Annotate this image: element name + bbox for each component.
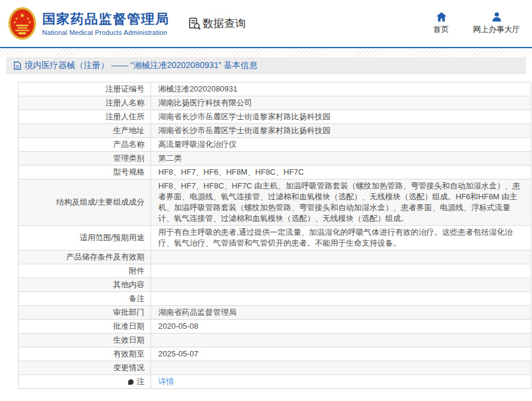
row-label: 审批部门 xyxy=(19,306,151,319)
hatched-divider xyxy=(0,48,532,57)
table-row-approval-department: 审批部门 湖南省药品监督管理局 xyxy=(19,306,531,320)
registration-detail-table: 注册证编号 湘械注准20202080931 注册人名称 湖南比扬医疗科技有限公司… xyxy=(18,82,531,389)
row-label: 附件 xyxy=(19,264,151,278)
row-value xyxy=(151,264,531,278)
header-nav: 首页 网上办事大厅 xyxy=(433,12,520,35)
table-row-registrant-address: 注册人住所 湖南省长沙市岳麓区学士街道黎家村路比扬科技园 xyxy=(19,110,531,124)
page-icon xyxy=(14,61,21,70)
row-label: 批准日期 xyxy=(19,320,151,333)
nav-home-label: 首页 xyxy=(433,24,449,35)
row-value: HF8、HF7、HF6、HF8M、HF8C、HF7C xyxy=(151,166,531,179)
note-details-link[interactable]: 详情 xyxy=(158,376,174,387)
home-icon xyxy=(436,12,447,22)
table-row-note: 注 详情 xyxy=(19,375,531,389)
row-value: 2025-05-07 xyxy=(151,347,531,361)
row-value: 2020-05-08 xyxy=(151,320,531,333)
row-value: 湖南省长沙市岳麓区学士街道黎家村路比扬科技园 xyxy=(151,124,531,137)
row-label: 注册证编号 xyxy=(19,82,151,96)
row-label: 有效期至 xyxy=(19,347,151,361)
svg-text:★: ★ xyxy=(20,12,25,19)
breadcrumb: 境内医疗器械（注册） —— “湘械注准20202080931” 基本信息 xyxy=(6,57,526,74)
row-label: 产品储存条件及有效期 xyxy=(19,250,151,264)
row-value xyxy=(151,361,531,375)
row-label: 注册人名称 xyxy=(19,96,151,110)
row-value-text: 用于有自主呼吸的患者,通过提供一定流量、加温湿化的呼吸气体进行有效的治疗。这些患… xyxy=(158,227,524,249)
row-label: 注 xyxy=(19,375,151,388)
nav-home[interactable]: 首页 xyxy=(433,12,449,35)
row-label: 备注 xyxy=(19,292,151,305)
nav-online-service-hall-label: 网上办事大厅 xyxy=(473,24,520,35)
row-label: 变更情况 xyxy=(19,361,151,375)
table-row-storage-conditions: 产品储存条件及有效期 xyxy=(19,250,531,264)
breadcrumb-text: 境内医疗器械（注册） —— “湘械注准20202080931” 基本信息 xyxy=(25,60,258,71)
row-value: 湖南省长沙市岳麓区学士街道黎家村路比扬科技园 xyxy=(151,110,531,123)
row-value: 用于有自主呼吸的患者,通过提供一定流量、加温湿化的呼吸气体进行有效的治疗。这些患… xyxy=(151,226,531,250)
org-name-en: National Medical Products Administration xyxy=(42,29,170,36)
row-value xyxy=(151,292,531,305)
row-value: 湖南省药品监督管理局 xyxy=(151,306,531,319)
national-emblem-logo: ★ ★ ★ ★ ★ xyxy=(8,7,36,40)
row-label: 生效日期 xyxy=(19,334,151,347)
table-row-reg-number: 注册证编号 湘械注准20202080931 xyxy=(19,82,531,96)
row-value-text: HF8、HF7、HF8C、HF7C 由主机、加温呼吸管路套装（螺纹加热管路、弯管… xyxy=(158,181,524,224)
brand-block: 国家药品监督管理局 National Medical Products Admi… xyxy=(42,11,170,36)
row-label: 其他内容 xyxy=(19,278,151,291)
table-row-production-address: 生产地址 湖南省长沙市岳麓区学士街道黎家村路比扬科技园 xyxy=(19,124,531,138)
table-row-intended-use: 适用范围/预期用途 用于有自主呼吸的患者,通过提供一定流量、加温湿化的呼吸气体进… xyxy=(19,226,531,250)
table-row-attachments: 附件 xyxy=(19,264,531,278)
table-row-change-status: 变更情况 xyxy=(19,361,531,375)
data-query-label: 数据查询 xyxy=(203,16,246,31)
data-query-tab[interactable]: 数据查询 xyxy=(188,16,246,31)
person-icon xyxy=(492,12,502,22)
row-value: 第二类 xyxy=(151,152,531,165)
note-icon xyxy=(128,379,134,385)
row-value xyxy=(151,250,531,264)
table-row-expiry-date: 有效期至 2025-05-07 xyxy=(19,347,531,361)
table-row-other-content: 其他内容 xyxy=(19,278,531,292)
row-label-text: 注 xyxy=(137,376,144,387)
row-label: 管理类别 xyxy=(19,152,151,165)
row-value: HF8、HF7、HF8C、HF7C 由主机、加温呼吸管路套装（螺纹加热管路、弯管… xyxy=(151,179,531,225)
svg-text:★: ★ xyxy=(13,20,16,24)
doc-search-icon xyxy=(188,17,201,30)
row-label: 注册人住所 xyxy=(19,110,151,123)
row-label: 适用范围/预期用途 xyxy=(19,226,151,250)
row-value: 高流量呼吸湿化治疗仪 xyxy=(151,138,531,151)
header: ★ ★ ★ ★ ★ 国家药品监督管理局 National Medical Pro… xyxy=(0,0,532,48)
row-label: 产品名称 xyxy=(19,138,151,151)
row-value xyxy=(151,278,531,291)
table-row-structure-composition: 结构及组成/主要组成成分 HF8、HF7、HF8C、HF7C 由主机、加温呼吸管… xyxy=(19,179,531,226)
org-name-cn: 国家药品监督管理局 xyxy=(42,11,170,27)
row-value: 湘械注准20202080931 xyxy=(151,82,531,96)
row-value: 详情 xyxy=(151,375,531,388)
row-label: 型号规格 xyxy=(19,166,151,179)
table-row-registrant-name: 注册人名称 湖南比扬医疗科技有限公司 xyxy=(19,96,531,110)
row-value: 湖南比扬医疗科技有限公司 xyxy=(151,96,531,110)
svg-text:★: ★ xyxy=(28,20,31,24)
row-label: 生产地址 xyxy=(19,124,151,137)
table-row-remarks: 备注 xyxy=(19,292,531,306)
table-row-approval-date: 批准日期 2020-05-08 xyxy=(19,320,531,334)
row-label: 结构及组成/主要组成成分 xyxy=(19,179,151,225)
table-row-management-category: 管理类别 第二类 xyxy=(19,152,531,166)
table-row-effective-date: 生效日期 xyxy=(19,334,531,347)
nav-online-service-hall[interactable]: 网上办事大厅 xyxy=(473,12,520,35)
row-value xyxy=(151,334,531,347)
table-row-product-name: 产品名称 高流量呼吸湿化治疗仪 xyxy=(19,138,531,152)
table-row-model-spec: 型号规格 HF8、HF7、HF6、HF8M、HF8C、HF7C xyxy=(19,166,531,179)
